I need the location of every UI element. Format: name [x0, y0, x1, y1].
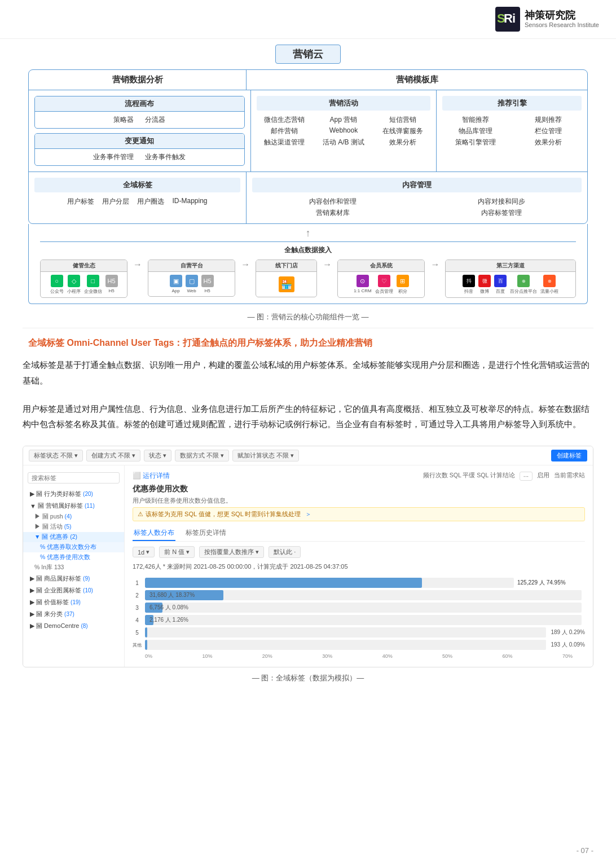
run-details-link[interactable]: ⬜ 运行详情 — [133, 471, 170, 481]
bar-pct-1: 125,229 人 74.95% — [517, 579, 585, 587]
sri-logo-icon: S R i — [495, 7, 520, 32]
brand-name-en: Sensors Research Institute — [525, 21, 599, 29]
bar-fill-4: 2,176 人 1.26% — [145, 615, 153, 625]
body-text-1: 全域标签是基于打通全触点数据、识别唯一用户，构建的覆盖公域私域的用户标签体系。全… — [0, 354, 616, 392]
chevron-down-icon-1: ▾ — [74, 452, 78, 459]
sidebar-subitem-coupon-use[interactable]: % 优惠券使用次数 — [23, 552, 124, 562]
recommend-items: 智能推荐 规则推荐 物品库管理 栏位管理 策略引擎管理 效果分析 — [442, 115, 582, 147]
bar-track-4: 2,176 人 1.26% — [145, 615, 582, 625]
cm-item-3: 营销素材库 — [252, 208, 413, 218]
bar-value-2: 31,680 人 18.37% — [149, 591, 195, 599]
arrow-1: → — [132, 260, 143, 270]
sidebar-subitem-activity[interactable]: ▶ 圙 活动 (5) — [23, 522, 124, 532]
touch-sys-store-body: 🏪 — [256, 272, 316, 297]
action-enable[interactable]: 启用 — [537, 472, 549, 481]
touch-icon-mini: ⊗ 流量小程 — [540, 275, 558, 294]
bar-label-1: 1 — [133, 580, 142, 586]
global-tags-title: 全域标签 — [34, 178, 240, 192]
tab-history[interactable]: 标签历史详情 — [184, 526, 227, 541]
tab-distribution[interactable]: 标签人数分布 — [133, 526, 175, 541]
filter-date[interactable]: 1d ▾ — [133, 547, 155, 557]
sidebar-item-marketing-tags[interactable]: ▼ 圙 营销属好标签 (11) — [23, 500, 124, 512]
act-item-3: 短信营销 — [375, 115, 430, 125]
touch-sys-third: 第三方渠道 抖 抖音 微 微博 百 百度 ⊕ — [445, 260, 576, 298]
act-item-8: 活动 A/B 测试 — [316, 138, 372, 147]
filter-data-method[interactable]: 数据方式 不限 ▾ — [175, 450, 229, 461]
bar-row-4: 4 2,176 人 1.26% — [133, 615, 585, 625]
sidebar-item-behavior-tags[interactable]: ▶ 圙 行为类好标签 (20) — [23, 488, 124, 500]
filter-calc-status[interactable]: 赋加计算状态 不限 ▾ — [232, 450, 299, 461]
flow-canvas-items: 策略器 分流器 — [35, 112, 244, 128]
bar-row-2: 2 31,680 人 18.37% — [133, 590, 585, 600]
sidebar-item-value-tags[interactable]: ▶ 圙 价值标签 (19) — [23, 596, 124, 608]
expand-icon-unclass: ▶ — [30, 610, 34, 618]
qywx-icon: □ — [87, 275, 99, 287]
bar-row-other: 其他 193 人 0.09% — [133, 640, 585, 650]
gt-item-4: ID-Mapping — [172, 197, 207, 206]
filter-data-method-label: 数据方式 — [180, 451, 205, 460]
touch-sys-wechat: 健管生态 ○ 公众号 ◇ 小程序 □ 企业微信 H5 — [40, 260, 127, 298]
expand-icon-coupon: ▼ — [34, 533, 40, 540]
filter-create-method[interactable]: 创建方式 不限 ▾ — [86, 450, 140, 461]
marketing-bottom: 全域标签 用户标签 用户分层 用户圈选 ID-Mapping 内容管理 内容创作… — [29, 172, 587, 223]
member-icon: ♡ — [378, 275, 390, 287]
omni-channel-title: 全域标签 Omni-Channel User Tags：打通全触点的用户标签体系… — [0, 332, 616, 354]
content-mgmt-items: 内容创作和管理 内容对接和同步 营销素材库 内容标签管理 — [252, 197, 582, 218]
filter-sort[interactable]: 按指覆量人数推序 ▾ — [199, 546, 264, 558]
baidu-icon: 百 — [494, 275, 507, 287]
filter-range[interactable]: 前 N 值 ▾ — [159, 546, 195, 558]
filter-tag-status[interactable]: 标签状态 不限 ▾ — [29, 450, 83, 461]
tags-tabs: 标签人数分布 标签历史详情 — [133, 526, 585, 542]
bar-fill-other — [145, 640, 147, 650]
sidebar-subitem-inlib[interactable]: % In库 133 — [23, 562, 124, 573]
touch-sys-member-header: 会员系统 — [338, 260, 424, 272]
alert-link[interactable]: ＞ — [305, 510, 311, 518]
logo-area: S R i 神策研究院 Sensors Research Institute — [495, 7, 599, 32]
three-dots-btn[interactable]: ··· — [520, 472, 533, 481]
chevron-date: ▾ — [146, 548, 149, 556]
act-item-4: 邮件营销 — [257, 126, 313, 136]
expand-icon-enterprise: ▶ — [30, 587, 34, 594]
activity-title: 营销活动 — [257, 96, 431, 111]
default-value: 默认此 · — [274, 548, 296, 556]
create-tag-button[interactable]: 创建标签 — [551, 450, 587, 461]
action-frequency[interactable]: 频行次数 SQL 平缓 SQL 计算结论 — [423, 472, 515, 481]
x-axis-60: 60% — [503, 653, 513, 659]
search-input[interactable] — [28, 472, 120, 483]
chevron-down-icon-2: ▾ — [132, 452, 135, 459]
expand-icon-push: ▶ — [34, 513, 41, 520]
touch-data-wrapper: ↑ 全触点数据接入 健管生态 ○ 公众号 ◇ 小程序 □ 企业微信 — [28, 224, 588, 304]
page-number: - 07 - — [577, 846, 593, 855]
sidebar-item-goods-tags[interactable]: ▶ 圙 商品属好标签 (9) — [23, 573, 124, 584]
sidebar-item-democentre[interactable]: ▶ 圙 DemoCentre (8) — [23, 620, 124, 632]
expand-icon-demo: ▶ — [30, 622, 34, 630]
rec-item-1: 智能推荐 — [442, 115, 509, 125]
sidebar-subitem-push[interactable]: ▶ 圙 push (4) — [23, 512, 124, 522]
marketing-outer-box: 营销数据分析 营销模板库 流程画布 策略器 分流器 变更通知 — [28, 69, 588, 224]
change-notify-box: 变更通知 业务事件管理 业务事件触发 — [34, 133, 245, 166]
touch-sys-member: 会员系统 ⊙ 1:1 CRM ♡ 会员管理 ⊞ 积分 — [337, 260, 425, 298]
sidebar-item-unclassified[interactable]: ▶ 圙 来分类 (37) — [23, 608, 124, 620]
h5-icon-1: H5 — [105, 275, 118, 287]
cm-item-1: 内容创作和管理 — [252, 197, 413, 206]
touch-icon-member-mgmt: ♡ 会员管理 — [375, 275, 393, 294]
sidebar-subitem-coupon[interactable]: ▼ 圙 优惠券 (2) — [23, 532, 124, 542]
change-notify-item-1: 业务事件管理 — [93, 152, 134, 162]
cm-item-4: 内容标签管理 — [421, 208, 582, 218]
arrow-3: → — [322, 260, 333, 270]
content-mgmt-panel: 内容管理 内容创作和管理 内容对接和同步 营销素材库 内容标签管理 — [247, 172, 587, 223]
recommend-title: 推荐引擎 — [442, 96, 582, 111]
gt-item-2: 用户分层 — [102, 197, 129, 206]
rec-item-4: 栏位管理 — [515, 126, 582, 136]
activity-panel: 营销活动 微信生态营销 App 营销 短信营销 邮件营销 Webhook 在线弹… — [251, 90, 437, 172]
sidebar-subitem-coupon-count[interactable]: % 优惠券取次数分布 — [23, 542, 124, 552]
bar-label-4: 4 — [133, 617, 142, 623]
bar-value-other: 193 人 0.09% — [551, 641, 585, 649]
act-item-6: 在线弹窗服务 — [375, 126, 430, 136]
action-current-req[interactable]: 当前需求站 — [554, 472, 585, 481]
sidebar-item-enterprise-tags[interactable]: ▶ 圙 企业图属标签 (10) — [23, 584, 124, 596]
activity-items: 微信生态营销 App 营销 短信营销 邮件营销 Webhook 在线弹窗服务 触… — [257, 115, 431, 147]
filter-default[interactable]: 默认此 · — [269, 546, 301, 558]
filter-status[interactable]: 状态 ▾ — [144, 450, 171, 461]
touch-systems-row: 健管生态 ○ 公众号 ◇ 小程序 □ 企业微信 H5 — [40, 260, 576, 298]
